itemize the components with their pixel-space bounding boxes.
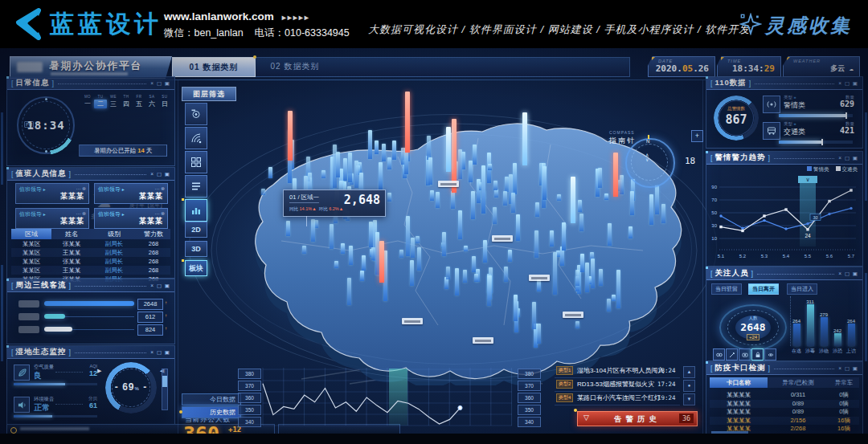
y-label: 340 <box>238 417 261 427</box>
focus-tab-1[interactable]: 当日驻留 <box>711 283 742 295</box>
window-control-icons[interactable] <box>838 271 858 277</box>
speaker-icon <box>14 397 30 413</box>
office-btn-2[interactable]: 历史数据 <box>182 406 241 418</box>
checkpoint-row: 某某某某2/15616辆 <box>710 417 859 426</box>
contact-line: 微信：ben_lanlan 电话：010-63334945 <box>164 26 350 40</box>
alert-scroll-down[interactable]: ▼ <box>683 393 695 405</box>
wechat-label: 微信：ben_lanlan <box>164 27 244 39</box>
focus-tab-2[interactable]: 当日离开 <box>748 283 779 295</box>
logo-text: 蓝蓝设计 <box>50 8 162 41</box>
weekday-MO[interactable]: MO一 <box>81 95 94 108</box>
checkpoint-row: 某某某某0/890辆 <box>710 408 859 417</box>
card-more-icon[interactable] <box>76 210 86 216</box>
alert-row[interactable]: 类型2RD13-53烟感报警疑似火灾17:24 <box>555 378 680 392</box>
eye-icon[interactable] <box>764 348 776 360</box>
focus-tab-3[interactable]: 当日进入 <box>787 283 817 295</box>
window-control-icons[interactable] <box>150 349 170 356</box>
layer-btn-radar-icon[interactable] <box>185 127 207 149</box>
weekday-SA[interactable]: SA六 <box>145 95 158 108</box>
office-btn-1[interactable]: 今日数据 <box>182 393 241 405</box>
tab-1[interactable]: 01 数据类别 <box>172 57 256 77</box>
window-control-icons[interactable] <box>838 80 858 87</box>
cp-header-3[interactable]: 异常车 <box>829 377 859 388</box>
flow-row: 612↑ <box>15 312 168 323</box>
layer-btn-list-icon[interactable] <box>185 175 207 198</box>
svg-text:5.5: 5.5 <box>805 254 812 259</box>
window-control-icons[interactable] <box>838 155 858 161</box>
alert-row[interactable]: 类型1湿地3-104片区有不明人员闯入18:24 <box>555 365 680 378</box>
focus-persons-panel: [关注人员] 当日驻留当日离开当日进入 人数 2648 +24 264在逃311… <box>706 267 863 361</box>
map-label <box>529 275 550 281</box>
focus-ring: 人数 2648 +24 <box>719 304 787 351</box>
card-more-icon[interactable] <box>76 185 86 191</box>
clock-time: 18:34 <box>17 119 75 132</box>
cp-header-1[interactable]: 卡口名称 <box>710 377 768 388</box>
card-more-icon[interactable] <box>154 210 165 216</box>
compass-chevrons: ∧∨ <box>645 153 649 162</box>
weekday-SU[interactable]: SU日 <box>158 95 171 108</box>
weekday-FR[interactable]: FR五 <box>133 95 145 108</box>
layer-btn-板块[interactable]: 板块 <box>185 260 207 276</box>
alert-row[interactable]: 类型4某路口有小汽车连闯三个红灯19:24 <box>555 392 680 405</box>
sparkle-icon <box>739 13 762 35</box>
column-divider <box>178 80 178 434</box>
layer-btn-bar-chart-icon[interactable] <box>185 199 207 222</box>
window-control-icons[interactable] <box>150 283 170 289</box>
alert-history-banner[interactable]: ▽ 告警历史 36 <box>577 411 698 426</box>
time-plate: TIME 18:34:29 <box>717 56 781 77</box>
bar-涉稳 <box>821 317 828 346</box>
map-3d-view[interactable] <box>205 80 703 385</box>
y-label: 350 <box>238 405 261 415</box>
svg-text:24: 24 <box>805 233 811 238</box>
layer-btn-camera-icon[interactable] <box>185 103 207 125</box>
layer-btn-2D[interactable]: 2D <box>185 222 207 238</box>
bar-涉毒 <box>807 304 814 346</box>
alert-scroll-up[interactable]: ▲ <box>683 366 695 378</box>
checkpoint-table-header[interactable]: 卡口名称异常/已检测异常车 <box>710 377 859 388</box>
legend-警情类: 警情类 <box>800 166 829 172</box>
layer-btn-grid-icon[interactable] <box>185 151 207 173</box>
daily-info-panel: [日常信息] PM 18:34 MO一TU二WE三TH四FR五SA六SU日 ☀ … <box>6 76 175 166</box>
website-url: www.lanlanwork.com <box>164 10 274 22</box>
layer-btn-3D[interactable]: 3D <box>185 241 207 257</box>
weekday-WE[interactable]: WE三 <box>107 95 120 108</box>
cp-header-2[interactable]: 异常/已检测 <box>768 377 829 388</box>
edge-accent <box>865 112 867 201</box>
tab-2[interactable]: 02 数据类别 <box>254 57 336 75</box>
map-tooltip: 01 / 区域一 2,648 同比 14.1%▲ 环比 6.2%▲ <box>283 189 386 217</box>
tooltip-value: 2,648 <box>344 193 380 207</box>
map-zoom-in-button[interactable]: + <box>691 130 703 142</box>
panel-title: 周边三线客流 <box>16 280 67 291</box>
weather-plate: WEATHER 多云 ☁ <box>783 56 860 77</box>
edge-accent <box>1 265 3 361</box>
window-control-icons[interactable] <box>150 80 170 87</box>
blurred-madeby-text <box>20 427 89 430</box>
eco-gauge: - 69% - <box>105 362 157 413</box>
window-control-icons[interactable] <box>838 365 858 372</box>
ring-delta: +24 <box>747 334 760 340</box>
camera-icon[interactable] <box>739 348 751 360</box>
gauge-left-arrow[interactable]: ▶ <box>97 368 101 374</box>
weekday-TU[interactable]: TU二 <box>94 95 107 108</box>
alert-scroll-dot[interactable]: ● <box>683 380 695 392</box>
page-title: 暑期办公协作平台 <box>49 59 142 73</box>
weekday-TH[interactable]: TH四 <box>120 95 133 108</box>
edge-accent <box>865 273 867 361</box>
y-label: 360 <box>238 393 261 403</box>
window-control-icons[interactable] <box>150 171 170 177</box>
compass: COMPASS 指南针 N ∧∨ 18 <box>604 128 693 201</box>
card-more-icon[interactable] <box>154 185 165 191</box>
trend-panel: [警情警力趋势] 警情类交通类 9070503010∨30245.15.25.3… <box>706 151 863 267</box>
compass-north: N <box>646 139 649 144</box>
lock-icon[interactable] <box>751 348 764 360</box>
svg-text:5.3: 5.3 <box>761 254 768 259</box>
checkpoint-row: 某某某某0/890辆 <box>710 400 859 409</box>
syringe-icon[interactable] <box>726 348 738 360</box>
gauge-slider[interactable] <box>162 369 168 410</box>
tooltip-title: 01 / 区域一 <box>289 193 319 203</box>
handcuff-icon[interactable] <box>713 348 725 360</box>
analog-clock: PM 18:34 <box>17 96 75 154</box>
arrows-decoration: ▸▸▸▸▸ <box>282 13 310 22</box>
trend-line-chart: 9070503010∨30245.15.25.35.45.55.65.7 <box>710 174 859 263</box>
total-alarm-gauge: 总警情数 867 <box>714 96 759 141</box>
